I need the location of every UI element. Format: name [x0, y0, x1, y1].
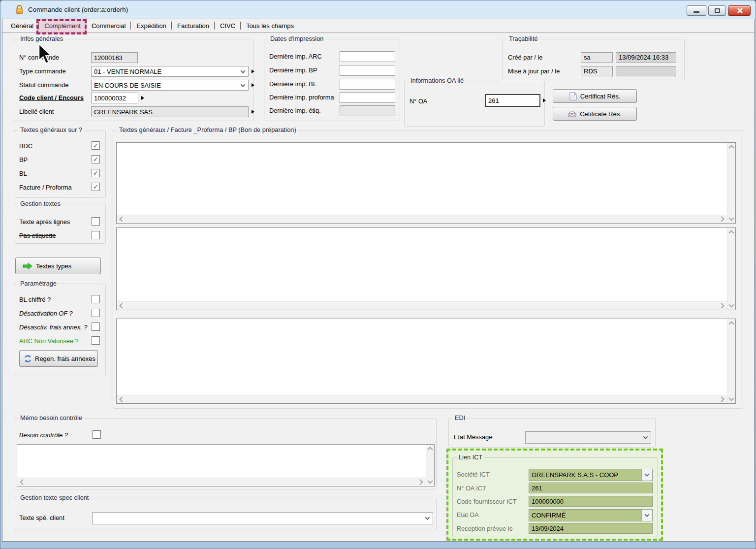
imp-etiq-label: Dernière imp. étiq. [269, 107, 321, 114]
chevron-down-icon[interactable] [640, 432, 651, 443]
group-title: Paramétrage [18, 280, 59, 287]
group-parametrage: Paramétrage BL chiffré ? Désactivation O… [14, 284, 106, 375]
memo-textarea[interactable] [17, 444, 435, 486]
tab-expedition[interactable]: Expédition [131, 19, 172, 32]
chevron-down-icon[interactable] [422, 513, 433, 524]
group-edi: EDI Etat Message [448, 418, 656, 448]
besoin-controle-checkbox[interactable] [93, 430, 101, 439]
scroll-up-icon[interactable] [427, 447, 433, 452]
num-oa-ict-field[interactable]: 261 [529, 483, 653, 493]
certificat-res-button[interactable]: Certificat Rés. [553, 89, 637, 103]
certificat-res-label: Certificat Rés. [580, 93, 621, 100]
horizontal-scrollbar[interactable] [117, 215, 727, 223]
vertical-scrollbar[interactable] [727, 228, 735, 310]
desactivation-of-checkbox[interactable] [92, 309, 100, 317]
group-title: Textes généraux sur ? [18, 126, 84, 133]
scroll-left-icon[interactable] [119, 303, 125, 308]
code-client-field[interactable]: 100000032 [91, 93, 138, 103]
tab-tous-les-champs[interactable]: Tous les champs [241, 19, 299, 32]
annotation-highlight-complement-tab [36, 19, 87, 34]
chevron-down-icon[interactable] [237, 66, 248, 76]
num-commande-field[interactable]: 12000163 [91, 52, 138, 63]
check-icon: ✓ [93, 183, 98, 191]
maximize-button[interactable] [708, 5, 726, 16]
vertical-scrollbar[interactable] [426, 445, 434, 486]
etat-oa-combo[interactable]: CONFIRMÉ [529, 509, 653, 521]
regen-frais-annexes-button[interactable]: Regen. frais annexes [19, 350, 98, 367]
scroll-right-icon[interactable] [719, 216, 724, 222]
societe-ict-combo[interactable]: GREENSPARK S.A.S - COOP [529, 469, 653, 481]
facture-proforma-checkbox[interactable]: ✓ [92, 183, 100, 191]
arc-non-valorisee-checkbox[interactable] [92, 336, 100, 345]
horizontal-scrollbar[interactable] [117, 395, 727, 403]
tab-facturation[interactable]: Facturation [172, 19, 215, 32]
tab-civc[interactable]: CIVC [215, 19, 241, 32]
bp-checkbox[interactable]: ✓ [92, 155, 100, 163]
textes-types-button[interactable]: Textes types [15, 258, 101, 274]
imp-arc-field[interactable] [340, 51, 395, 62]
texte-apres-lignes-checkbox[interactable] [92, 217, 100, 226]
scroll-down-icon[interactable] [728, 395, 734, 401]
vertical-scrollbar[interactable] [727, 319, 735, 403]
type-commande-combo[interactable]: 01 - VENTE NORMALE [91, 66, 249, 77]
group-textes-generaux-zone: Textes généraux / Facture _Proforma / BP… [113, 130, 743, 409]
bl-chiffre-label: BL chiffré ? [19, 296, 51, 303]
textes-generaux-textarea-3[interactable] [116, 319, 736, 404]
imp-etiq-field[interactable] [340, 105, 395, 116]
vertical-scrollbar[interactable] [727, 143, 735, 223]
minimize-button[interactable] [687, 5, 706, 16]
cetificate-res-button[interactable]: Cetificate Rés. [553, 107, 637, 121]
type-commande-opener-icon[interactable] [252, 69, 254, 73]
desactiv-frais-annex-checkbox[interactable] [92, 323, 100, 331]
reception-prevue-field[interactable]: 13/09/2024 [529, 523, 653, 534]
scroll-right-icon[interactable] [719, 396, 724, 402]
chevron-down-icon[interactable] [641, 510, 652, 521]
horizontal-scrollbar[interactable] [17, 478, 426, 486]
imp-proforma-field[interactable] [340, 92, 395, 103]
textes-generaux-textarea-1[interactable] [116, 142, 736, 224]
scroll-left-icon[interactable] [20, 479, 25, 484]
scroll-up-icon[interactable] [728, 321, 734, 326]
bdc-checkbox[interactable]: ✓ [92, 141, 100, 150]
textes-generaux-textarea-2[interactable] [116, 227, 736, 310]
scroll-left-icon[interactable] [119, 396, 125, 402]
scroll-up-icon[interactable] [728, 230, 734, 235]
statut-commande-combo[interactable]: EN COURS DE SAISIE [91, 80, 249, 91]
code-client-opener-icon[interactable] [141, 96, 144, 100]
scroll-right-icon[interactable] [719, 303, 724, 308]
green-arrow-icon [23, 262, 32, 270]
tab-commercial[interactable]: Commercial [86, 19, 131, 32]
group-title: Infos générales [18, 35, 65, 42]
num-oa-opener-icon[interactable] [543, 98, 546, 102]
etat-oa-label: Etat OA [457, 511, 479, 518]
imp-bl-field[interactable] [340, 79, 395, 90]
scroll-down-icon[interactable] [427, 478, 433, 484]
bl-checkbox[interactable]: ✓ [92, 169, 100, 177]
scroll-right-icon[interactable] [417, 479, 423, 484]
libelle-client-field[interactable]: GREENSPARK SAS [91, 106, 249, 117]
scroll-up-icon[interactable] [728, 145, 734, 150]
scroll-down-icon[interactable] [728, 215, 734, 221]
maj-par-user-field[interactable]: RDS [581, 66, 613, 76]
code-client-label[interactable]: Code client / Encours [19, 94, 84, 101]
imp-bp-field[interactable] [340, 65, 395, 76]
scroll-down-icon[interactable] [728, 302, 734, 307]
close-button[interactable] [728, 5, 751, 16]
code-fournisseur-ict-field[interactable]: 100000000 [529, 496, 653, 507]
cree-par-user-field[interactable]: sa [581, 52, 613, 63]
texte-spe-client-label: Texte spé. client [19, 514, 64, 521]
num-oa-field[interactable]: 261 [485, 94, 540, 107]
tab-general[interactable]: Général [5, 19, 39, 32]
chevron-down-icon[interactable] [641, 469, 652, 481]
statut-commande-opener-icon[interactable] [252, 83, 254, 87]
scroll-left-icon[interactable] [119, 216, 125, 222]
texte-spe-client-combo[interactable] [92, 512, 433, 524]
group-title: Mémo besoin contrôle [18, 414, 84, 421]
pas-etiquette-checkbox[interactable] [92, 231, 100, 239]
libelle-client-opener-icon[interactable] [252, 110, 254, 114]
horizontal-scrollbar[interactable] [117, 301, 727, 310]
chevron-down-icon[interactable] [237, 80, 248, 90]
etat-message-combo[interactable] [525, 431, 651, 444]
mouse-cursor-icon [38, 43, 55, 68]
bl-chiffre-checkbox[interactable] [92, 295, 100, 303]
